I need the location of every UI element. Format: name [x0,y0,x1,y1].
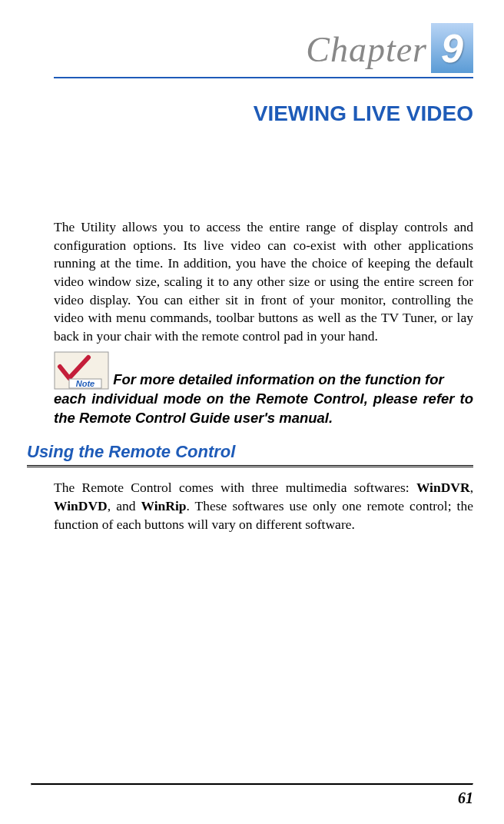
footer-divider [31,783,473,786]
remote-control-paragraph: The Remote Control comes with three mult… [54,479,473,533]
p2-bold-3: WinRip [141,498,186,513]
p2-bold-1: WinDVR [416,480,470,495]
chapter-label: Chapter [306,29,427,70]
note-icon: Note [54,351,109,390]
p2-bold-2: WinDVD [54,498,108,513]
section-divider [27,465,473,467]
chapter-header: Chapter 9 [54,23,473,73]
intro-paragraph: The Utility allows you to access the ent… [54,218,473,345]
chapter-number: 9 [441,25,463,71]
chapter-number-box: 9 [431,23,473,73]
p2-text-1: The Remote Control comes with three mult… [54,480,416,495]
note-text-inline: For more detailed information on the fun… [113,371,444,387]
header-divider [54,77,473,78]
note-text-continue: each individual mode on the Remote Contr… [54,390,473,428]
page-title: VIEWING LIVE VIDEO [54,101,473,126]
page-number: 61 [458,789,473,807]
note-icon-label: Note [76,379,94,388]
p2-text-3: , and [108,498,141,513]
note-block: Note For more detailed information on th… [54,351,473,428]
section-heading: Using the Remote Control [27,442,473,462]
note-paragraph: Note For more detailed information on th… [54,351,473,390]
p2-text-2: , [470,480,473,495]
